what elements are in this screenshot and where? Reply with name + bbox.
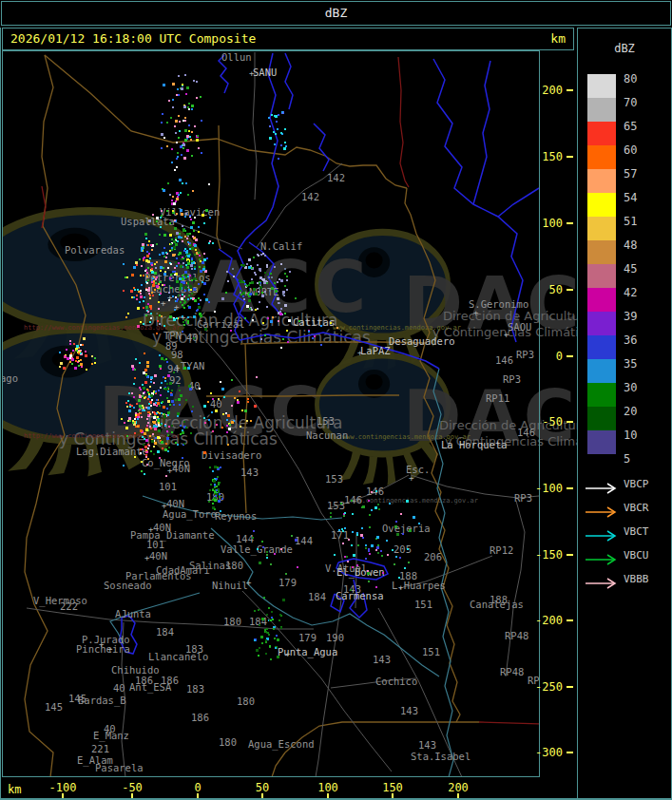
map-place-label: 146 [517, 427, 535, 438]
map-place-label: Ollun [221, 51, 252, 63]
map-place-label: 40N [172, 463, 190, 474]
colorbar-value-label: 54 [624, 191, 637, 204]
map-place-label: RP12 [490, 544, 513, 556]
legend-label: VBCP [624, 478, 649, 490]
radar-map-canvas[interactable]: DACCDACCDACCDACCDirección de Agricultura… [2, 50, 577, 779]
map-place-label: 184 [156, 626, 174, 638]
radar-app-window: dBZ 2026/01/12 16:18:00 UTC Composite km… [0, 0, 672, 800]
map-place-label: 142 [301, 191, 319, 202]
y-tick-label: 50 [549, 283, 563, 296]
map-place-label: ago [2, 372, 18, 384]
station-cross-marker: + [148, 524, 154, 534]
map-place-label: RP3 [503, 373, 521, 385]
x-axis-unit: km [8, 783, 21, 796]
station-cross-marker: + [144, 553, 150, 562]
map-place-label: Sosneado [104, 580, 152, 591]
x-tick-label: 150 [382, 781, 403, 794]
colorbar-band [587, 122, 616, 145]
legend-label: VBBB [624, 573, 649, 585]
station-cross-marker: + [398, 582, 404, 592]
vbcr-arrow-icon [584, 506, 622, 518]
colorbar-band [587, 169, 616, 193]
vbcu-arrow-icon [584, 554, 622, 565]
legend-label: VBCU [624, 549, 649, 562]
station-cross-marker: + [409, 473, 414, 483]
colorbar-value-label: 80 [624, 72, 637, 86]
map-place-label: TYAN [181, 360, 204, 371]
map-place-label: 153 [325, 473, 343, 485]
station-cross-marker: + [162, 501, 167, 510]
colorbar-band [587, 193, 616, 217]
map-place-label: Pasarela [95, 762, 144, 773]
x-tick-label: 50 [256, 781, 269, 794]
colorbar-band [587, 383, 616, 407]
station-cross-marker: + [357, 348, 363, 357]
map-place-label: Polvaredas [65, 244, 125, 256]
station-cross-marker: + [249, 68, 255, 78]
map-place-label: 183 [186, 683, 204, 695]
map-place-label: 180 [223, 616, 241, 627]
window-title: dBZ [1, 1, 671, 26]
colorbar-title: dBZ [578, 42, 671, 55]
vbct-arrow-icon [584, 530, 622, 542]
map-place-label: Bardas_B [78, 695, 126, 707]
map-place-label: LaPAZ [360, 345, 391, 356]
map-place-label: Nacunan [306, 429, 348, 441]
legend-label: VBCT [624, 525, 649, 538]
colorbar-value-label: 51 [624, 215, 637, 228]
colorbar-value-label: 57 [624, 167, 637, 181]
map-place-label: 180 [225, 560, 243, 571]
colorbar-value-label: 65 [624, 120, 637, 133]
map-place-label: Agua_Toro [163, 508, 217, 521]
vbcp-arrow-icon [584, 483, 622, 494]
colorbar-band [587, 217, 616, 240]
map-place-label: 183 [185, 643, 203, 655]
map-place-label: 151 [422, 646, 440, 657]
map-place-label: 40 [210, 398, 222, 410]
y-tick-label: -150 [535, 548, 563, 562]
map-place-label: 40 [186, 332, 199, 343]
map-unit-label: km [550, 29, 566, 49]
map-place-label: 142 [327, 172, 345, 183]
map-place-label: 184 [308, 591, 326, 602]
y-tick-label: -250 [535, 680, 563, 694]
station-cross-marker: + [107, 644, 113, 654]
colorbar-value-label: 5 [624, 452, 630, 466]
map-place-label: 153 [317, 415, 335, 427]
x-tick-label: 200 [448, 781, 469, 794]
x-tick-label: -100 [49, 781, 77, 794]
legend-row: VBBB [584, 575, 669, 586]
map-place-label: 190 [326, 632, 344, 643]
y-tick-label: 200 [542, 84, 563, 97]
colorbar-value-label: 48 [624, 238, 637, 252]
map-place-label: Pampa_Diamante [130, 529, 215, 542]
map-place-label: 146 [344, 494, 362, 505]
map-place-label: Agua_Escond [248, 738, 315, 751]
map-place-label: 98 [171, 349, 183, 360]
map-place-label: N.Calif [260, 240, 302, 252]
map-place-label: AJunta [115, 608, 151, 619]
y-tick-label: -50 [542, 415, 563, 429]
colorbar-band [587, 335, 616, 359]
colorbar-value-label: 70 [624, 96, 637, 109]
map-place-label: 40 [113, 682, 125, 694]
x-axis: km -100-50050100150200 [0, 777, 577, 800]
colorbar-value-label: 10 [624, 429, 637, 442]
map-place-label: 143 [240, 467, 259, 478]
colorbar-band [587, 98, 616, 122]
colorbar-value-label: 30 [624, 381, 637, 394]
map-place-label: Cochico [375, 676, 417, 687]
map-place-label: 188 [490, 594, 508, 605]
station-cross-marker: + [246, 578, 252, 587]
map-place-label: 101 [159, 481, 177, 492]
map-place-label: 179 [298, 632, 317, 643]
colorbar-value-label: 36 [624, 333, 637, 347]
colorbar-value-label: 20 [624, 405, 637, 418]
x-tick-label: 100 [317, 781, 338, 794]
x-tick-label: -50 [122, 781, 143, 794]
map-place-label: 180 [237, 695, 255, 707]
colorbar-value-label: 42 [624, 286, 637, 299]
colorbar-band [587, 264, 616, 288]
colorbar-band [587, 430, 616, 454]
map-place-label: 40N [166, 498, 184, 509]
